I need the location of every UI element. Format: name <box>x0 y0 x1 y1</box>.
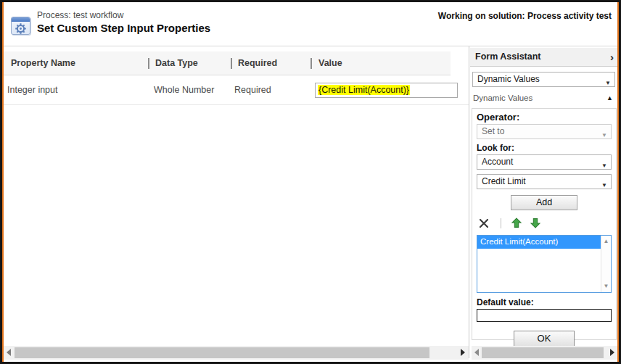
form-assistant-header[interactable]: Form Assistant › <box>470 48 618 67</box>
window-titlebar-glyph <box>12 17 30 22</box>
default-value-label: Default value: <box>477 297 612 307</box>
move-up-arrow-icon[interactable] <box>511 218 522 228</box>
list-item-selected[interactable]: Credit Limit(Account) <box>477 236 601 249</box>
entity-value: Account <box>482 157 513 167</box>
dynamic-value-token: {Credit Limit(Account)} <box>318 85 410 95</box>
property-name-cell: Integer input <box>7 75 58 104</box>
dialog-header: Process: test workflow Set Custom Step I… <box>4 2 617 46</box>
dynamic-values-groupbox: Operator: Set to ▼ Look for: Account ▼ C… <box>472 108 617 340</box>
form-assistant-title: Form Assistant <box>475 51 541 62</box>
entity-dropdown[interactable]: Account ▼ <box>477 154 612 170</box>
scroll-up-icon[interactable]: ▲ <box>601 238 611 245</box>
move-down-arrow-icon[interactable] <box>530 218 540 228</box>
solution-label: Working on solution: Process activity te… <box>438 11 612 21</box>
add-button[interactable]: Add <box>511 195 577 210</box>
column-header-required: Required <box>238 51 277 75</box>
attribute-dropdown[interactable]: Credit Limit ▼ <box>477 174 612 189</box>
table-header-row: Property Name Data Type Required Value <box>4 51 451 75</box>
form-assistant-panel: Form Assistant › Dynamic Values ▼ Dynami… <box>470 46 618 344</box>
table-row: Integer input Whole Number Required {Cre… <box>4 75 469 105</box>
scroll-down-icon[interactable]: ▼ <box>601 283 611 290</box>
dynamic-values-listbox[interactable]: Credit Limit(Account) ▲ ▼ <box>477 235 612 293</box>
required-cell: Required <box>234 75 271 104</box>
assistant-tool-value: Dynamic Values <box>477 74 540 84</box>
toolbar-separator <box>501 218 501 228</box>
delete-x-icon[interactable] <box>479 218 489 228</box>
list-toolbar <box>477 218 612 228</box>
data-type-cell: Whole Number <box>154 75 214 104</box>
process-name-label: Process: test workflow <box>37 10 123 20</box>
ok-button[interactable]: OK <box>514 331 575 347</box>
workflow-step-icon <box>11 17 30 35</box>
scroll-right-icon[interactable] <box>610 349 614 356</box>
chevron-down-icon: ▼ <box>601 128 607 139</box>
column-header-data-type: Data Type <box>155 51 198 75</box>
chevron-down-icon: ▼ <box>601 178 607 189</box>
value-input[interactable]: {Credit Limit(Account)} <box>315 83 458 98</box>
scrollbar-thumb[interactable] <box>15 347 429 358</box>
column-separator <box>148 58 149 69</box>
gear-icon <box>15 23 26 34</box>
column-separator <box>231 58 232 69</box>
left-accent-border <box>2 2 4 362</box>
properties-table: Property Name Data Type Required Value I… <box>4 46 469 360</box>
dialog-title: Set Custom Step Input Properties <box>37 22 210 34</box>
look-for-label: Look for: <box>477 143 612 153</box>
operator-value: Set to <box>482 126 504 136</box>
set-custom-step-input-properties-dialog: Process: test workflow Set Custom Step I… <box>0 0 621 364</box>
column-header-property-name: Property Name <box>11 51 75 75</box>
chevron-down-icon: ▼ <box>605 76 611 87</box>
scroll-left-icon[interactable] <box>474 349 479 356</box>
scroll-left-icon[interactable] <box>7 349 11 356</box>
scroll-right-icon[interactable] <box>461 349 465 356</box>
chevron-up-icon: ▲ <box>606 90 613 106</box>
attribute-value: Credit Limit <box>482 176 526 186</box>
column-separator <box>310 58 312 69</box>
section-label: Dynamic Values <box>473 94 532 102</box>
column-header-value: Value <box>318 51 342 75</box>
main-horizontal-scrollbar[interactable] <box>4 346 469 360</box>
chevron-down-icon: ▼ <box>601 159 607 170</box>
dynamic-values-section-header[interactable]: Dynamic Values ▲ <box>470 90 618 106</box>
operator-dropdown[interactable]: Set to ▼ <box>477 124 612 139</box>
panel-horizontal-scrollbar[interactable] <box>472 346 618 360</box>
right-accent-border <box>617 2 619 362</box>
operator-label: Operator: <box>477 112 612 123</box>
chevron-right-icon[interactable]: › <box>610 48 614 66</box>
assistant-tool-dropdown[interactable]: Dynamic Values ▼ <box>472 72 615 87</box>
scrollbar-thumb[interactable] <box>482 347 604 358</box>
default-value-input[interactable] <box>477 309 612 322</box>
listbox-scrollbar[interactable]: ▲ ▼ <box>601 236 611 292</box>
panel-divider <box>469 46 469 358</box>
